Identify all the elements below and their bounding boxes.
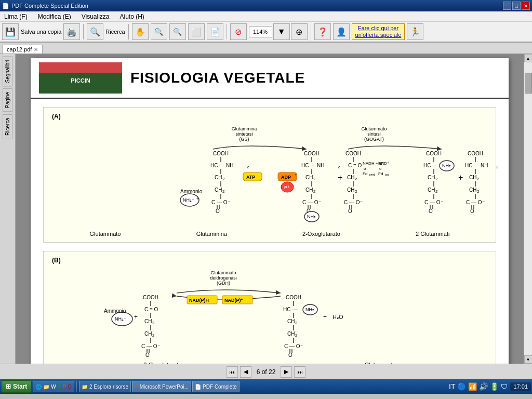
fdred-label: Fd [363, 171, 367, 176]
menu-lima[interactable]: Lima (F) [2, 12, 30, 21]
ie-icon: 🌐 [35, 384, 42, 390]
b-h2o: H₂O [332, 314, 343, 320]
taskbar-ppt-btn[interactable]: P Microsoft PowerPoi... [132, 381, 191, 392]
pdf-tab-close[interactable]: ✕ [34, 47, 38, 52]
zoom-input[interactable] [249, 26, 272, 37]
fdox-sub: ox [385, 173, 389, 177]
taskbar-pdf-btn[interactable]: 📄 PDF Complete [192, 381, 240, 392]
oxo-coo: C — O⁻ [344, 200, 363, 205]
b-oxo-co: C = O [144, 307, 158, 312]
diagram-a-container: (A) Glutammina sintetasi (GS) Glutammato… [43, 107, 496, 243]
start-button[interactable]: ⊞ Start [1, 380, 32, 393]
stop-button[interactable]: ⊘ [230, 23, 247, 40]
glut2b-2sub: 2 [496, 165, 499, 169]
glut-ch2sub: 2 [222, 177, 225, 181]
pdf-title: FISIOLOGIA VEGETALE [130, 70, 305, 86]
menu-bar: Lima (F) Modifica (E) Visualizza Aiuto (… [0, 11, 532, 22]
lang-indicator: IT [449, 382, 455, 391]
tab-bar: cap12.pdf ✕ [0, 43, 532, 54]
enzyme1-name: Glutammina [232, 126, 257, 131]
battery-icon: 🔋 [490, 382, 499, 391]
scroll-thumb[interactable] [525, 73, 532, 94]
enzyme2-name: Glutammato [361, 126, 387, 131]
toolbar: 💾 Salva una copia 🖨️ 🔍 Ricerca ✋ 🔍 🔍 ⬜ 📄… [0, 22, 532, 43]
prev-page-button[interactable]: ◀ [240, 366, 251, 378]
pdf-tab-label: cap12.pdf [7, 46, 32, 52]
menu-aiuto[interactable]: Aiuto (H) [118, 12, 147, 21]
sidebar-pages[interactable]: Pagine [3, 88, 12, 112]
arrow-right [177, 290, 281, 293]
oxo-ch2sub: 2 [355, 177, 357, 181]
scroll-track[interactable] [524, 62, 533, 355]
b-glu-cooh: COOH [286, 295, 301, 300]
close-button[interactable]: ✕ [522, 2, 530, 10]
oxo-co: C = O [348, 163, 362, 168]
right-scrollbar: ▲ ▼ [524, 54, 532, 364]
pi-text: P [284, 185, 287, 190]
clock: 17:01 [510, 382, 531, 391]
main-area: Segnalibri Pagine Ricerca PICCIN FISIOLO… [0, 54, 532, 364]
help-button[interactable]: ❓ [314, 23, 331, 40]
pdf-area: PICCIN FISIOLOGIA VEGETALE (A) Glutammin… [16, 54, 524, 364]
gln-hcnh2: HC — NH [301, 163, 324, 168]
b-glu-hcnh2: HC — [283, 307, 297, 312]
search-button[interactable]: 🔍 [87, 23, 103, 40]
gln-2sub: 2 [338, 165, 340, 169]
caption-2glut: 2 Glutammati [416, 231, 449, 237]
last-page-button[interactable]: ⏭ [294, 366, 305, 378]
nadp-text: NAD(P)⁺ [224, 298, 244, 303]
hand-tool-button[interactable]: ✋ [132, 23, 149, 40]
caption-b-glutammato: Glutammato [365, 362, 396, 364]
sidebar-search[interactable]: Ricerca [3, 114, 12, 139]
oxo-cooh: COOH [345, 151, 361, 156]
save-copy-button[interactable]: 💾 [2, 23, 19, 40]
b-plus2: + [323, 313, 327, 321]
next-page-button[interactable]: ▶ [281, 366, 292, 378]
b-oxo-coo: C — O⁻ [141, 343, 160, 349]
print-button[interactable]: 🖨️ [63, 23, 80, 40]
user-button[interactable]: 👤 [333, 23, 350, 40]
oxo-ch2b-sub: 2 [355, 189, 357, 194]
maximize-button[interactable]: □ [512, 2, 521, 10]
scroll-up-button[interactable]: ▲ [524, 54, 533, 62]
glut2a-cooh: COOH [426, 151, 442, 156]
glut-hcnh2: HC — NH [210, 163, 233, 168]
glut2b-ch2sub: 2 [477, 177, 480, 181]
page-info: 6 of 22 [254, 368, 279, 376]
menu-visualizza[interactable]: Visualizza [79, 12, 112, 21]
glut-ch2: CH [215, 175, 222, 180]
b-glu-ch2b: CH [287, 331, 295, 337]
gln-coo: C — O⁻ [302, 200, 321, 205]
promo-image-button[interactable]: 🏃 [407, 23, 423, 40]
first-page-button[interactable]: ⏮ [227, 366, 238, 378]
b-oxo-ch2sub: 2 [152, 321, 155, 325]
b-ammonio-label: Ammonio [104, 308, 126, 314]
glut2b-ch2b: CH [469, 187, 476, 193]
promo-button[interactable]: Fare clic qui per un'offerta speciale [352, 23, 405, 40]
app-title: PDF Complete Special Edition [11, 3, 88, 9]
zoom-out-button[interactable]: 🔍 [151, 23, 167, 40]
zoom-dropdown-button[interactable]: ▼ [273, 23, 290, 40]
title-bar-left: 📄 PDF Complete Special Edition [2, 3, 88, 9]
sidebar-bookmarks[interactable]: Segnalibri [3, 56, 12, 86]
taskbar-btn-icons[interactable]: 🌐 📁 W X P O [33, 381, 74, 392]
scroll-down-button[interactable]: ▼ [524, 355, 533, 364]
toolbar-separator-1 [83, 24, 84, 39]
taskbar-explorer-btn[interactable]: 📁 2 Esplora risorse [79, 381, 131, 392]
b-oxo-cooh: COOH [143, 295, 158, 300]
zoom-fit-button[interactable]: ⊕ [291, 23, 308, 40]
b-glu-o: O [288, 352, 292, 358]
menu-modifica[interactable]: Modifica (E) [36, 12, 73, 21]
toolbar-separator-3 [227, 24, 227, 39]
diagram-b-label: (B) [52, 257, 487, 264]
pdf-tab[interactable]: cap12.pdf ✕ [2, 45, 43, 54]
fit-width-button[interactable]: 📄 [207, 23, 223, 40]
glut2a-nh2: NH₂ [442, 163, 451, 168]
zoom-in-button[interactable]: 🔍 [169, 23, 186, 40]
fit-page-button[interactable]: ⬜ [188, 23, 205, 40]
explorer-icon: 📁 [82, 384, 88, 390]
adp-plus: + [295, 173, 297, 177]
pdf-header: PICCIN FISIOLOGIA VEGETALE [31, 58, 509, 99]
glut-o: O [216, 208, 220, 214]
minimize-button[interactable]: − [503, 2, 511, 10]
